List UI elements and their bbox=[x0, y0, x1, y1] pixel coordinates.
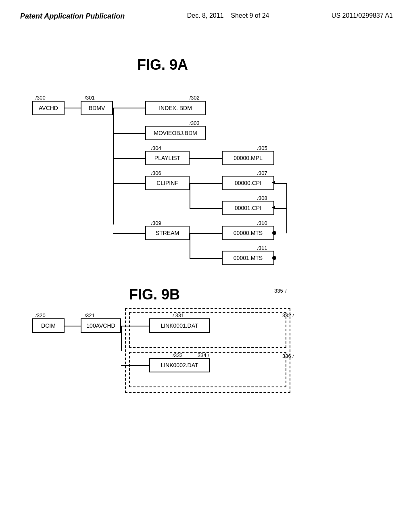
ref-334: 334 / bbox=[198, 352, 209, 358]
box-bdmv: BDMV bbox=[81, 101, 113, 115]
ref-332: 332 / bbox=[282, 312, 294, 318]
hline-clipinf-cpi1 bbox=[190, 208, 222, 209]
hline-bdmv-clipinf bbox=[113, 183, 145, 184]
box-playlist: PLAYLIST bbox=[145, 151, 190, 165]
vline-bdmv-main bbox=[113, 108, 114, 224]
ref-320: /320 bbox=[35, 312, 46, 318]
header-right: US 2011/0299837 A1 bbox=[332, 12, 393, 19]
box-cpi1: 00001.CPI bbox=[222, 201, 274, 215]
hline-avchd-link1 bbox=[121, 326, 149, 326]
ref-300: /300 bbox=[35, 95, 46, 101]
main-content: FIG. 9A AVCHD /300 BDMV /301 INDEX. BDM … bbox=[0, 24, 413, 524]
box-link1: LINK0001.DAT bbox=[149, 318, 210, 333]
vline-clipinf bbox=[190, 183, 190, 208]
arrowhead-cpi0 bbox=[272, 181, 275, 185]
ref-309: /309 bbox=[151, 220, 161, 226]
ref-311: /311 bbox=[257, 245, 267, 251]
ref-304: /304 bbox=[151, 145, 161, 151]
hline-dcim-avchd bbox=[65, 326, 81, 326]
box-movieobj: MOVIEOBJ.BDM bbox=[145, 126, 206, 140]
hline-stream-mts1 bbox=[190, 258, 222, 259]
ref-302: /302 bbox=[190, 95, 200, 101]
header-left: Patent Application Publication bbox=[20, 12, 125, 21]
ref-331: /332 331 bbox=[173, 312, 184, 318]
box-mts0: 00000.MTS bbox=[222, 226, 274, 240]
hline-arrow-mts0-cpi0 bbox=[274, 183, 286, 184]
hline-avchd-link2 bbox=[121, 365, 149, 366]
vline-avchd-links bbox=[121, 326, 122, 351]
ref-310: /310 bbox=[257, 220, 267, 226]
fig9b-title: FIG. 9B bbox=[129, 286, 180, 303]
box-link2: LINK0002.DAT bbox=[149, 358, 210, 372]
box-avchd: AVCHD bbox=[32, 101, 65, 115]
box-stream: STREAM bbox=[145, 226, 190, 240]
box-cpi0: 00000.CPI bbox=[222, 176, 274, 190]
vline-arrow-mts0-cpi0 bbox=[286, 183, 287, 233]
ref-333: /333 bbox=[173, 352, 183, 358]
ref-305: /305 bbox=[257, 145, 267, 151]
vline-stream bbox=[190, 233, 190, 258]
box-100avchd: 100AVCHD bbox=[81, 318, 121, 333]
hline-stream-mts0 bbox=[190, 233, 222, 234]
ref-307: /307 bbox=[257, 170, 267, 176]
line-avchd-bdmv bbox=[65, 108, 81, 108]
bullet-mts1 bbox=[272, 256, 276, 260]
hline-bdmv-playlist bbox=[113, 158, 145, 159]
hline-bdmv-movieobj bbox=[113, 133, 145, 134]
ref-303: /303 bbox=[190, 120, 200, 126]
ref-306: /306 bbox=[151, 170, 161, 176]
bullet-mts0 bbox=[272, 231, 276, 235]
ref-321: /321 bbox=[85, 312, 95, 318]
page-header: Patent Application Publication Dec. 8, 2… bbox=[0, 0, 413, 24]
ref-335: 335 / bbox=[274, 288, 286, 294]
hline-playlist-mpl bbox=[190, 158, 222, 159]
box-mts1: 00001.MTS bbox=[222, 251, 274, 265]
hline-bdmv-index bbox=[113, 108, 145, 108]
hline-clipinf-cpi0 bbox=[190, 183, 222, 184]
ref-301: /301 bbox=[85, 95, 95, 101]
box-clipinf: CLIPINF bbox=[145, 176, 190, 190]
fig9a-title: FIG. 9A bbox=[137, 56, 188, 73]
hline-bdmv-stream bbox=[113, 233, 145, 234]
box-mpl: 00000.MPL bbox=[222, 151, 274, 165]
header-date: Dec. 8, 2011 bbox=[187, 12, 224, 19]
hline-arrow-mts1 bbox=[274, 208, 286, 209]
ref-336: 336 / bbox=[282, 353, 294, 359]
arrowhead-cpi1 bbox=[272, 206, 275, 210]
box-index-bdm: INDEX. BDM bbox=[145, 101, 206, 115]
header-center: Dec. 8, 2011 Sheet 9 of 24 bbox=[187, 12, 269, 19]
box-dcim: DCIM bbox=[32, 318, 65, 333]
ref-308: /308 bbox=[257, 195, 267, 201]
header-sheet: Sheet 9 of 24 bbox=[231, 12, 269, 19]
